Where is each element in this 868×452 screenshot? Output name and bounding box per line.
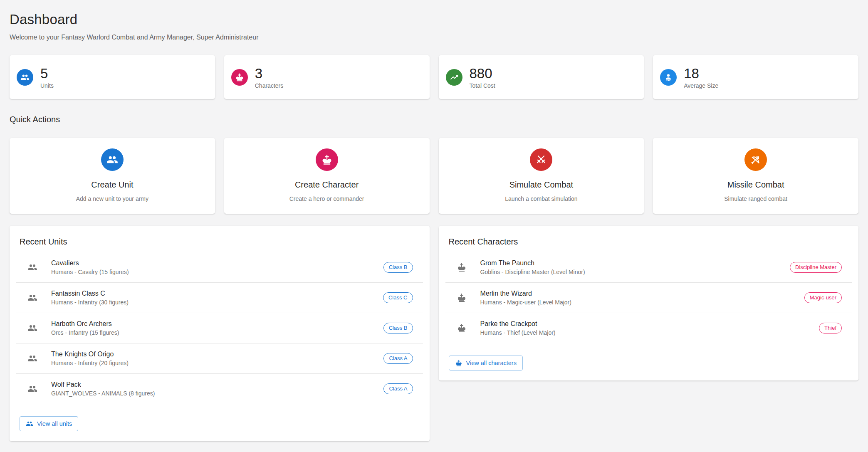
unit-name: Harboth Orc Archers (51, 320, 383, 328)
unit-list-item: Cavaliers Humans - Cavalry (15 figures) … (16, 252, 423, 282)
stat-value: 18 (684, 66, 699, 81)
chess-king-icon (231, 69, 248, 86)
unit-details: Humans - Cavalry (15 figures) (51, 269, 383, 275)
quick-action-card[interactable]: Create Unit Add a new unit to your army (10, 138, 215, 214)
unit-details: Humans - Infantry (30 figures) (51, 299, 383, 306)
quick-action-card[interactable]: Missile Combat Simulate ranged combat (653, 138, 858, 214)
unit-name: Fantassin Class C (51, 290, 383, 297)
account-multiple-icon (27, 293, 37, 303)
account-multiple-icon (17, 69, 33, 86)
unit-list-item: Wolf Pack GIANT_WOLVES - ANIMALS (8 figu… (16, 373, 423, 404)
trending-up-icon (446, 69, 462, 86)
chess-king-icon (455, 359, 462, 367)
stat-card: 880 Total Cost (439, 55, 644, 99)
character-name: Grom The Paunch (480, 259, 790, 267)
stats-row: 5 Units 3 Characters 880 (10, 55, 858, 99)
character-type-badge: Discipline Master (790, 262, 842, 273)
quick-action-title: Simulate Combat (439, 180, 644, 190)
unit-list-item: Fantassin Class C Humans - Infantry (30 … (16, 282, 423, 313)
unit-class-badge: Class A (383, 353, 413, 364)
quick-action-title: Missile Combat (653, 180, 858, 190)
character-type-badge: Magic-user (804, 292, 842, 303)
stat-card: 18 Average Size (653, 55, 858, 99)
stat-label: Average Size (684, 82, 718, 89)
quick-actions-heading: Quick Actions (10, 115, 858, 124)
quick-action-subtitle: Simulate ranged combat (653, 195, 858, 202)
stat-label: Units (40, 82, 54, 89)
quick-action-title: Create Unit (10, 180, 215, 190)
page-subtitle: Welcome to your Fantasy Warlord Combat a… (10, 34, 858, 41)
quick-action-title: Create Character (224, 180, 430, 190)
page-title: Dashboard (10, 12, 858, 27)
quick-action-card[interactable]: Simulate Combat Launch a combat simulati… (439, 138, 644, 214)
character-list-item: Grom The Paunch Goblins - Discipline Mas… (445, 252, 852, 282)
recent-units-heading: Recent Units (10, 226, 430, 247)
character-details: Goblins - Discipline Master (Level Minor… (480, 269, 790, 275)
chess-king-icon (457, 293, 467, 303)
chess-king-icon (316, 148, 338, 171)
stat-label: Characters (255, 82, 283, 89)
character-name: Parke the Crackpot (480, 320, 819, 328)
recent-characters-heading: Recent Characters (439, 226, 859, 247)
stat-value: 3 (255, 66, 262, 81)
unit-name: Wolf Pack (51, 381, 383, 388)
unit-name: Cavaliers (51, 259, 383, 267)
unit-class-badge: Class B (383, 323, 413, 333)
view-all-units-label: View all units (37, 420, 72, 427)
unit-class-badge: Class C (383, 292, 413, 303)
stat-value: 880 (470, 66, 492, 81)
unit-details: Humans - Infantry (20 figures) (51, 360, 383, 366)
recent-units-list: Cavaliers Humans - Cavalry (15 figures) … (16, 252, 423, 404)
account-multiple-icon (27, 323, 37, 333)
character-list-item: Merlin the Wizard Humans - Magic-user (L… (445, 282, 852, 313)
bow-arrow-icon (744, 148, 767, 171)
chess-king-icon (457, 262, 467, 272)
unit-class-badge: Class A (383, 383, 413, 394)
recent-characters-card: Recent Characters Grom The Paunch Goblin… (439, 226, 859, 380)
unit-name: The Knights Of Origo (51, 351, 383, 358)
character-details: Humans - Thief (Level Major) (480, 329, 819, 336)
account-multiple-icon (27, 353, 37, 363)
quick-action-subtitle: Add a new unit to your army (10, 195, 215, 202)
view-all-characters-label: View all characters (466, 360, 517, 366)
chess-king-icon (457, 323, 467, 333)
stat-value: 5 (40, 66, 48, 81)
quick-action-card[interactable]: Create Character Create a hero or comman… (224, 138, 430, 214)
character-name: Merlin the Wizard (480, 290, 804, 297)
recent-characters-list: Grom The Paunch Goblins - Discipline Mas… (445, 252, 852, 343)
view-all-units-button[interactable]: View all units (20, 416, 78, 431)
account-multiple-icon (27, 384, 37, 394)
view-all-characters-button[interactable]: View all characters (449, 356, 523, 370)
character-details: Humans - Magic-user (Level Major) (480, 299, 804, 306)
account-multiple-icon (26, 420, 33, 427)
unit-details: Orcs - Infantry (15 figures) (51, 329, 383, 336)
character-list-item: Parke the Crackpot Humans - Thief (Level… (445, 313, 852, 343)
sword-cross-icon (530, 148, 552, 171)
unit-details: GIANT_WOLVES - ANIMALS (8 figures) (51, 390, 383, 397)
account-dots-icon (660, 69, 677, 86)
stat-card: 3 Characters (224, 55, 430, 99)
stat-card: 5 Units (10, 55, 215, 99)
unit-list-item: Harboth Orc Archers Orcs - Infantry (15 … (16, 313, 423, 343)
account-multiple-icon (27, 262, 37, 272)
recent-units-card: Recent Units Cavaliers Humans - Cavalry … (10, 226, 430, 441)
character-type-badge: Thief (819, 323, 842, 333)
account-multiple-icon (101, 148, 124, 171)
dashboard-page: Dashboard Welcome to your Fantasy Warlor… (0, 0, 868, 452)
quick-action-subtitle: Create a hero or commander (224, 195, 430, 202)
unit-class-badge: Class B (383, 262, 413, 273)
unit-list-item: The Knights Of Origo Humans - Infantry (… (16, 343, 423, 373)
stat-label: Total Cost (470, 82, 495, 89)
quick-actions-row: Create Unit Add a new unit to your army … (10, 138, 858, 214)
quick-action-subtitle: Launch a combat simulation (439, 195, 644, 202)
